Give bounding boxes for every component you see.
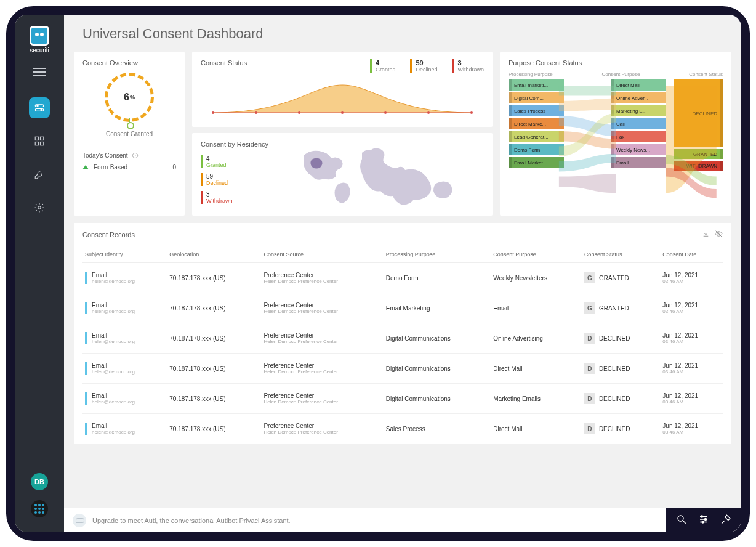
avatar-initials: DB [34,478,44,485]
footer-tools [666,508,741,532]
build-icon[interactable] [720,514,731,527]
table-row[interactable]: Emailhelen@democo.org 70.187.178.xxx (US… [82,384,723,414]
chat-icon[interactable] [73,514,86,527]
status-stat: 3Withdrawn [452,59,484,73]
table-header[interactable]: Processing Purpose [384,246,491,263]
sankey-body: Email marketi...Digital Com...Sales Proc… [509,79,723,203]
footer-bar: Upgrade to meet Auti, the conversational… [64,508,741,532]
up-triangle-icon [82,165,89,169]
records-table: Subject IdentityGeolocationConsent Sourc… [82,246,723,444]
sankey-node[interactable]: Email marketi... [509,79,564,91]
consent-records-card: Consent Records Subject IdentityGeolocat… [74,223,731,444]
status-badge: D [584,363,595,374]
sankey-node[interactable]: Demo Form [509,144,564,155]
consent-status-card: Consent Status 4Granted59Declined3Withdr… [192,52,493,127]
sankey-head-3: Consent Status [689,71,723,77]
sankey-node[interactable]: Fax [611,131,666,142]
table-row[interactable]: Emailhelen@democo.org 70.187.178.xxx (US… [82,263,723,293]
gauge-pointer [129,118,130,127]
content: Consent Overview 6% Consent Granted Toda… [64,48,741,508]
residency-stats: 4Granted59Declined3Withdrawn [201,153,268,204]
sankey-node[interactable]: Email Market... [509,157,564,168]
table-row[interactable]: Emailhelen@democo.org 70.187.178.xxx (US… [82,323,723,354]
status-badge: G [584,272,595,283]
gauge: 6% Consent Granted [82,75,176,137]
visibility-off-icon[interactable] [715,229,723,240]
nav-item-consent[interactable] [29,97,50,118]
sankey-node[interactable]: GRANTED [674,149,723,159]
svg-point-11 [212,111,214,114]
sankey-node[interactable]: Weekly News... [611,144,666,155]
sliders-icon[interactable] [698,514,709,527]
sankey-node[interactable]: Online Adver... [611,92,666,103]
svg-rect-6 [35,142,38,145]
gauge-label: Consent Granted [106,131,153,137]
residency-stat: 4Granted [201,155,268,168]
sankey-node[interactable]: Direct Marke... [509,118,564,129]
table-header[interactable]: Geolocation [167,246,261,263]
sankey-node[interactable]: Sales Process [509,105,564,116]
status-badge: D [584,333,595,344]
footer-text: Upgrade to meet Auti, the conversational… [92,517,291,524]
screen: securiti DB Universal Consent Dashb [15,15,741,532]
status-numbers: 4Granted59Declined3Withdrawn [370,59,484,73]
sankey-node[interactable]: DECLINED [674,79,723,147]
main: Universal Consent Dashboard Consent Over… [64,15,741,532]
sankey-head-1: Processing Purpose [509,71,553,77]
nav-item-tools[interactable] [29,164,50,185]
table-header[interactable]: Consent Date [660,246,723,263]
svg-point-12 [255,111,257,114]
svg-point-8 [38,206,41,209]
table-row[interactable]: Emailhelen@democo.org 70.187.178.xxx (US… [82,354,723,384]
table-row[interactable]: Emailhelen@democo.org 70.187.178.xxx (US… [82,293,723,323]
svg-rect-7 [41,142,44,145]
search-icon[interactable] [676,514,687,527]
sidebar: securiti DB [15,15,64,532]
page-title: Universal Consent Dashboard [64,15,741,48]
status-curve [201,79,484,120]
table-header[interactable]: Consent Purpose [491,246,582,263]
sankey-head-2: Consent Purpose [602,71,640,77]
svg-point-17 [470,111,473,114]
device-frame: securiti DB Universal Consent Dashb [6,6,750,541]
table-header[interactable]: Subject Identity [82,246,167,263]
sankey-node[interactable]: Email [611,157,666,168]
sankey-node[interactable]: Digital Com... [509,92,564,103]
svg-point-13 [298,111,300,114]
svg-line-21 [683,521,686,524]
table-header[interactable]: Consent Source [261,246,383,263]
sankey-node[interactable]: Direct Mail [611,79,666,91]
brand-logo[interactable]: securiti [23,23,55,55]
user-avatar[interactable]: DB [31,473,48,490]
table-row[interactable]: Emailhelen@democo.org 70.187.178.xxx (US… [82,414,723,444]
nav-item-settings[interactable] [29,197,50,218]
svg-point-2 [37,105,38,107]
sidebar-bottom: DB [31,473,48,524]
residency-title: Consent by Residency [201,140,268,148]
status-stat: 4Granted [370,59,396,73]
sankey-node[interactable]: Call [611,118,666,129]
svg-point-16 [427,111,430,114]
status-badge: D [584,393,595,404]
download-icon[interactable] [702,229,710,240]
consent-overview-card: Consent Overview 6% Consent Granted Toda… [74,52,185,216]
svg-point-26 [705,518,707,520]
svg-point-25 [701,516,703,517]
sankey-node[interactable]: Lead Generat... [509,131,564,142]
sankey-node[interactable]: Marketing E... [611,105,666,116]
table-header[interactable]: Consent Status [582,246,660,263]
apps-icon[interactable] [31,500,48,517]
sankey-card: Purpose Consent Status Processing Purpos… [500,52,731,216]
world-map [277,140,484,208]
sankey-node[interactable]: WITHDRAWN [674,161,723,171]
clock-icon [132,152,139,159]
svg-rect-4 [35,137,38,140]
nav-item-dashboard[interactable] [29,131,50,152]
svg-point-15 [384,111,387,114]
menu-icon[interactable] [33,71,46,73]
consent-residency-card: Consent by Residency 4Granted59Declined3… [192,133,493,216]
status-title: Consent Status [201,59,247,67]
status-badge: G [584,302,595,314]
residency-stat: 3Withdrawn [201,191,268,204]
brand-text: securiti [30,47,49,54]
